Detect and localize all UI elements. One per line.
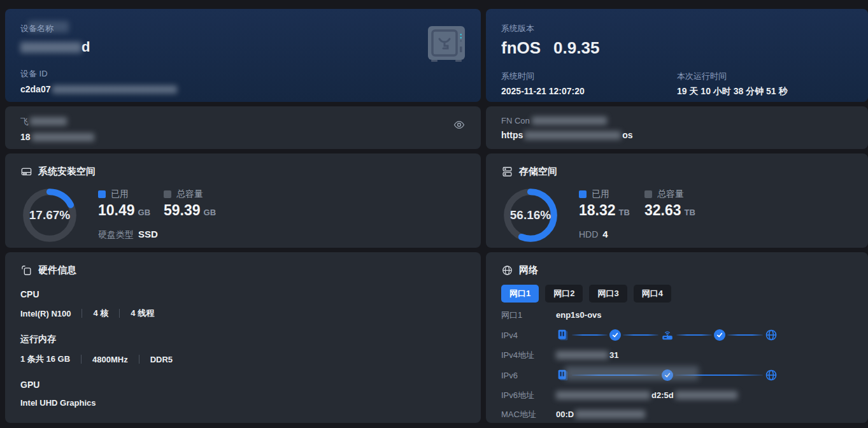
used-swatch xyxy=(579,190,587,198)
legend-total: 总容量 59.39GB xyxy=(164,189,229,219)
total-swatch xyxy=(644,190,652,198)
ram-values: 1 条共 16 GB 4800MHz DDR5 xyxy=(20,353,466,365)
storage-space-title: 存储空间 xyxy=(501,166,853,178)
ipv6-address-row: IPv6地址 d2:5d xyxy=(501,389,853,402)
interface-name: enp1s0-ovs xyxy=(556,310,602,320)
toggle-visibility-button[interactable] xyxy=(452,117,467,132)
device-name-value: d xyxy=(20,39,466,55)
gpu-values: Intel UHD Graphics xyxy=(20,398,466,408)
redaction-blur xyxy=(28,21,69,32)
redaction-blur xyxy=(524,131,621,139)
system-time-block: 系统时间 2025-11-21 12:07:20 xyxy=(501,71,677,97)
port-name-row: 网口1 enp1s0-ovs xyxy=(501,308,853,322)
ipv4-address-row: IPv4地址 31 xyxy=(501,348,853,362)
nas-device-image xyxy=(427,25,467,65)
tab-port-2[interactable]: 网口2 xyxy=(545,285,583,303)
network-title: 网络 xyxy=(501,264,853,276)
ram-heading: 运行内存 xyxy=(20,334,466,345)
hardware-icon xyxy=(20,264,32,276)
link-segment xyxy=(676,334,712,336)
hardware-title: 硬件信息 xyxy=(20,264,466,276)
used-swatch xyxy=(98,190,106,198)
fn-connect-label: FN Con xyxy=(501,116,853,125)
globe-icon xyxy=(501,264,513,276)
ipv4-status-row: IPv4 xyxy=(501,327,853,343)
ipv6-status-row: IPv6 xyxy=(501,367,853,383)
redaction-blur xyxy=(556,351,608,359)
tab-port-3[interactable]: 网口3 xyxy=(589,285,627,303)
account-label: 飞 xyxy=(20,116,466,127)
redaction-blur xyxy=(52,85,177,94)
donut-percent-label: 56.16% xyxy=(501,186,560,245)
storage-space-card: 存储空间 56.16% 已用 xyxy=(486,153,868,248)
total-swatch xyxy=(164,190,171,198)
storage-space-body: 56.16% 已用 18.32TB xyxy=(501,186,853,245)
fn-connect-url: httpsos xyxy=(501,130,853,140)
legend-used: 已用 18.32TB xyxy=(579,189,644,219)
system-space-legend: 已用 10.49GB 总容量 59.39GB xyxy=(98,186,229,245)
redaction-blur xyxy=(30,117,67,125)
legend-total: 总容量 32.63TB xyxy=(644,189,710,219)
system-space-body: 17.67% 已用 10.49GB xyxy=(20,186,466,245)
system-times: 系统时间 2025-11-21 12:07:20 本次运行时间 19 天 10 … xyxy=(501,71,853,97)
system-version-card: 系统版本 fnOS0.9.35 系统时间 2025-11-21 12:07:20… xyxy=(486,9,868,102)
redaction-blur xyxy=(32,133,94,141)
cpu-values: Intel(R) N100 4 核 4 线程 xyxy=(20,308,466,319)
cpu-heading: CPU xyxy=(20,289,466,299)
system-space-card: 系统安装空间 17.67% 已用 xyxy=(5,153,481,248)
storage-space-legend: 已用 18.32TB 总容量 32.63TB xyxy=(579,186,710,245)
left-column: 设备名称 d 设备 ID c2da07 xyxy=(5,9,481,423)
ipv6-connection-diagram xyxy=(556,367,778,383)
legend-used: 已用 10.49GB xyxy=(98,189,164,219)
system-version-label: 系统版本 xyxy=(501,23,853,34)
system-space-donut-chart: 17.67% xyxy=(20,186,79,245)
fnos-dashboard: 设备名称 d 设备 ID c2da07 xyxy=(0,0,868,423)
device-card: 设备名称 d 设备 ID c2da07 xyxy=(5,9,481,102)
storage-space-donut-chart: 56.16% xyxy=(501,186,560,245)
check-icon xyxy=(714,329,725,341)
mac-address-row: MAC地址 00:D xyxy=(501,408,853,421)
redaction-blur xyxy=(675,391,737,399)
hdd-count-row: HDD4 xyxy=(579,229,710,239)
tab-port-1[interactable]: 网口1 xyxy=(501,285,539,303)
disk-icon xyxy=(20,166,32,178)
eye-icon xyxy=(453,118,466,131)
device-id-block: 设备 ID c2da07 xyxy=(20,68,466,94)
hardware-card: 硬件信息 CPU Intel(R) N100 4 核 4 线程 运行内存 1 条… xyxy=(5,252,481,423)
network-card: 网络 网口1 网口2 网口3 网口4 网口1 enp1s0-ovs IPv4 xyxy=(486,252,868,423)
redaction-blur xyxy=(565,366,699,380)
redaction-blur xyxy=(532,117,607,125)
link-segment xyxy=(727,334,763,336)
internet-globe-icon xyxy=(765,329,778,341)
os-version-value: fnOS0.9.35 xyxy=(501,38,853,58)
uptime-block: 本次运行时间 19 天 10 小时 38 分钟 51 秒 xyxy=(677,71,853,97)
device-name-label: 设备名称 xyxy=(20,23,53,34)
fn-connect-card: FN Con httpsos xyxy=(486,106,868,149)
router-icon xyxy=(660,328,674,342)
redaction-blur xyxy=(556,391,650,399)
redaction-blur xyxy=(575,410,645,418)
system-space-title: 系统安装空间 xyxy=(20,166,466,178)
account-card: 飞 18 xyxy=(5,106,481,149)
account-value: 18 xyxy=(20,132,466,142)
link-segment xyxy=(572,334,608,336)
ipv6-address: d2:5d xyxy=(556,390,737,400)
disk-type-row: 硬盘类型SSD xyxy=(98,229,229,241)
internet-globe-icon xyxy=(765,369,778,382)
check-icon xyxy=(609,329,621,341)
donut-percent-label: 17.67% xyxy=(20,186,79,245)
right-column: 系统版本 fnOS0.9.35 系统时间 2025-11-21 12:07:20… xyxy=(486,9,868,423)
link-segment xyxy=(623,334,658,336)
network-port-tabs: 网口1 网口2 网口3 网口4 xyxy=(501,285,853,303)
device-id-label: 设备 ID xyxy=(20,68,466,80)
system-time-value: 2025-11-21 12:07:20 xyxy=(501,86,677,96)
redaction-blur xyxy=(20,42,82,53)
tab-port-4[interactable]: 网口4 xyxy=(634,285,671,303)
ipv4-address: 31 xyxy=(556,350,618,360)
mac-address: 00:D xyxy=(556,410,645,419)
nas-icon xyxy=(556,328,570,342)
uptime-value: 19 天 10 小时 38 分钟 51 秒 xyxy=(677,86,853,97)
storage-stack-icon xyxy=(501,166,513,178)
gpu-heading: GPU xyxy=(20,380,466,390)
ipv4-connection-diagram xyxy=(556,327,778,343)
